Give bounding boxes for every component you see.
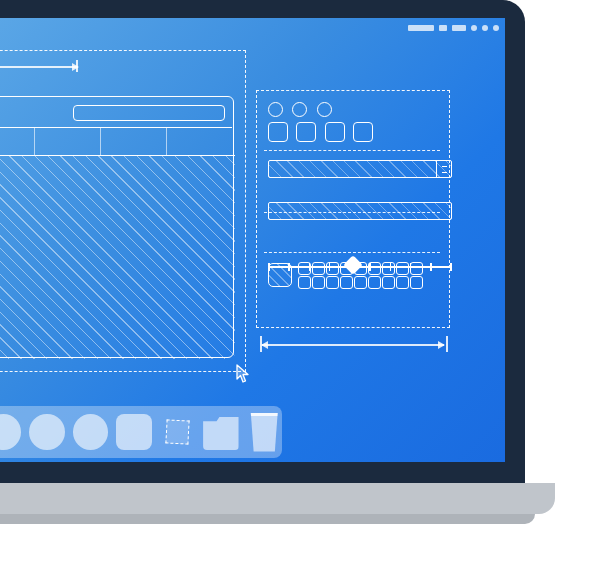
dropdown-wireframe (268, 160, 452, 178)
dock (0, 406, 282, 458)
dimension-tick (76, 60, 78, 72)
inspector-panel-wireframe (260, 96, 444, 326)
laptop-screen (0, 18, 505, 462)
swatch-grid (298, 262, 421, 287)
button-icon (296, 122, 316, 142)
dimension-arrow-icon (262, 344, 444, 346)
dock-folder-icon (203, 414, 238, 450)
tab-bar-wireframe (0, 127, 232, 156)
dock-app-icon (73, 414, 108, 450)
menu-dot-icon (471, 25, 477, 31)
button-icon (325, 122, 345, 142)
dock-app-icon (0, 414, 21, 450)
circle-icon (268, 102, 283, 117)
circle-icon (317, 102, 332, 117)
laptop-base (0, 483, 555, 514)
divider (264, 252, 440, 254)
circle-icon (292, 102, 307, 117)
button-icon (268, 122, 288, 142)
menu-dot-icon (482, 25, 488, 31)
search-field-wireframe (73, 105, 225, 121)
tab (101, 128, 167, 156)
illustration (0, 0, 601, 578)
menu-bar (408, 23, 499, 33)
color-well-icon (268, 263, 292, 287)
traffic-lights-wireframe (268, 102, 436, 121)
menu-segment-icon (408, 25, 434, 31)
menu-segment-icon (439, 25, 447, 31)
color-controls-wireframe (268, 262, 436, 287)
dock-app-icon (29, 414, 64, 450)
tab (35, 128, 101, 156)
textfield-wireframe (268, 202, 452, 220)
cursor-arrow-icon (236, 364, 250, 384)
dimension-arrow-icon (0, 66, 78, 68)
dimension-tick (260, 336, 262, 352)
window-content-area (0, 155, 235, 359)
menu-segment-icon (452, 25, 466, 31)
button-row-wireframe (268, 122, 436, 146)
dock-selected-app-icon (160, 414, 195, 450)
laptop-bezel (0, 0, 525, 483)
tab (0, 128, 35, 156)
dimension-tick (446, 336, 448, 352)
dock-trash-icon (247, 413, 282, 452)
tab (167, 128, 232, 156)
window-wireframe (0, 96, 234, 358)
divider (264, 150, 440, 152)
button-icon (353, 122, 373, 142)
menu-dot-icon (493, 25, 499, 31)
divider (264, 212, 440, 214)
dock-app-icon (116, 414, 151, 450)
